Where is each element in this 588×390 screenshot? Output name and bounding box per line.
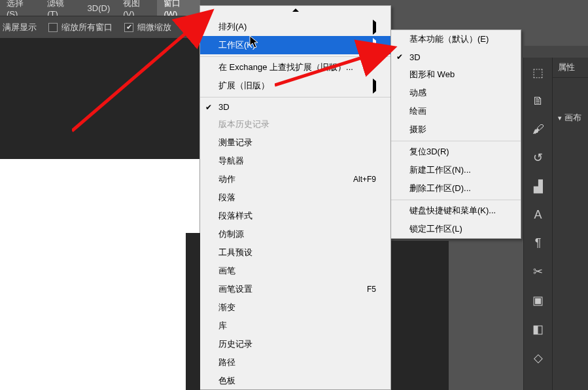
window-menu-item-11[interactable]: 仿制源 xyxy=(200,225,390,243)
menu-3d[interactable]: 3D(D) xyxy=(81,1,117,15)
menu-item-label: 摄影 xyxy=(409,124,426,135)
window-menu-item-6[interactable]: 测量记录 xyxy=(200,133,390,152)
checkbox-scrubby[interactable]: ✔ xyxy=(124,23,133,32)
submenu-arrow-icon xyxy=(373,38,376,53)
paths-icon[interactable]: ◇ xyxy=(534,351,543,365)
check-icon: ✔ xyxy=(205,103,212,112)
chevron-down-icon[interactable]: ▾ xyxy=(558,114,562,122)
options-bar: 满屏显示 缩放所有窗口 ✔ 细微缩放 xyxy=(0,16,200,38)
mouse-cursor-icon xyxy=(249,35,258,48)
window-menu-item-1[interactable]: 工作区(K) xyxy=(200,36,390,54)
menu-item-label: 动作 xyxy=(218,173,235,185)
window-menu-item-4[interactable]: ✔3D xyxy=(200,97,390,115)
properties-panel-header[interactable]: 属性 xyxy=(553,58,588,78)
workspace-menu-item-6[interactable]: 复位3D(R) xyxy=(391,141,521,161)
workspace-menu-item-7[interactable]: 新建工作区(N)... xyxy=(391,161,521,179)
menu-item-label: 画笔 xyxy=(218,265,235,277)
workspace-menu-item-9[interactable]: 键盘快捷键和菜单(K)... xyxy=(391,200,521,220)
document-icon[interactable]: 🗎 xyxy=(532,94,544,108)
layers-icon[interactable]: ▣ xyxy=(532,293,544,308)
menu-item-label: 动感 xyxy=(409,87,426,99)
menu-item-label: 图形和 Web xyxy=(409,69,455,80)
menu-item-label: 测量记录 xyxy=(218,137,252,149)
canvas-dark-area-mid xyxy=(186,233,200,390)
menu-item-label: 渐变 xyxy=(218,302,235,313)
properties-panel-body: ▾ 画布 xyxy=(553,78,588,129)
window-menu-item-5: 版本历史记录 xyxy=(200,115,390,133)
opt-zoom-all[interactable]: 缩放所有窗口 xyxy=(48,22,112,33)
window-menu-item-7[interactable]: 导航器 xyxy=(200,152,390,170)
menu-item-label: 历史记录 xyxy=(218,338,252,350)
window-menu-item-2[interactable]: 在 Exchange 上查找扩展（旧版）... xyxy=(200,56,390,77)
window-menu-item-18[interactable]: 路径 xyxy=(200,353,390,372)
submenu-arrow-icon xyxy=(373,79,376,94)
opt-zoom-all-label: 缩放所有窗口 xyxy=(61,22,112,33)
window-menu-item-10[interactable]: 段落样式 xyxy=(200,207,390,225)
menu-item-label: 在 Exchange 上查找扩展（旧版）... xyxy=(218,62,353,73)
menu-item-label: 删除工作区(D)... xyxy=(409,183,471,194)
canvas-dark-area-right xyxy=(391,241,449,390)
workspace-menu-item-8[interactable]: 删除工作区(D)... xyxy=(391,179,521,198)
brush-icon[interactable]: 🖌 xyxy=(532,122,544,136)
window-menu-item-9[interactable]: 段落 xyxy=(200,188,390,207)
dock-icon-column: ⬚ 🗎 🖌 ↺ ▟ A ¶ ✂ ▣ ◧ ◇ xyxy=(523,58,552,390)
menu-item-label: 库 xyxy=(218,320,227,332)
workspace-submenu: 基本功能（默认）(E)✔3D图形和 Web动感绘画摄影复位3D(R)新建工作区(… xyxy=(390,29,521,239)
window-menu-item-12[interactable]: 工具预设 xyxy=(200,243,390,262)
opt-scrubby[interactable]: ✔ 细微缩放 xyxy=(124,22,171,33)
workspace-menu-item-1[interactable]: ✔3D xyxy=(391,48,521,65)
menu-item-label: 新建工作区(N)... xyxy=(409,164,471,176)
paragraph-icon[interactable]: ¶ xyxy=(535,236,542,250)
menu-item-label: 仿制源 xyxy=(218,228,244,240)
menubar: 选择(S) 滤镜(T) 3D(D) 视图(V) 窗口(W) xyxy=(0,0,200,16)
window-menu-item-14[interactable]: 画笔设置F5 xyxy=(200,280,390,298)
history-icon[interactable]: ↺ xyxy=(533,151,543,165)
document-canvas[interactable] xyxy=(0,159,200,390)
panel-section-label: 画布 xyxy=(564,112,581,124)
window-menu-item-19[interactable]: 色板 xyxy=(200,372,390,390)
menu-item-label: 段落样式 xyxy=(218,210,252,222)
workspace-menu-item-2[interactable]: 图形和 Web xyxy=(391,65,521,84)
menu-item-label: 工具预设 xyxy=(218,247,252,258)
menu-item-label: 段落 xyxy=(218,192,235,204)
checkbox-zoom-all[interactable] xyxy=(48,23,58,32)
menu-item-label: 排列(A) xyxy=(218,21,247,33)
tools-icon[interactable]: ✂ xyxy=(533,264,543,279)
menu-item-label: 基本功能（默认）(E) xyxy=(409,33,489,45)
workspace-menu-item-3[interactable]: 动感 xyxy=(391,84,521,102)
menu-item-label: 3D xyxy=(218,102,230,112)
window-menu: 排列(A)工作区(K)在 Exchange 上查找扩展（旧版）...扩展（旧版）… xyxy=(199,5,391,390)
window-menu-item-16[interactable]: 库 xyxy=(200,317,390,335)
window-menu-item-0[interactable]: 排列(A) xyxy=(200,18,390,36)
workspace-menu-item-5[interactable]: 摄影 xyxy=(391,120,521,139)
menu-item-label: 复位3D(R) xyxy=(409,146,449,158)
window-menu-item-17[interactable]: 历史记录 xyxy=(200,335,390,353)
menu-item-label: 3D xyxy=(409,52,421,62)
menu-item-label: 色板 xyxy=(218,375,235,387)
layer-3d-icon[interactable]: ⬚ xyxy=(532,65,544,80)
menu-item-label: 键盘快捷键和菜单(K)... xyxy=(409,205,496,217)
type-icon[interactable]: A xyxy=(534,208,542,222)
menu-item-label: 锁定工作区(L) xyxy=(409,223,462,235)
canvas-dark-area xyxy=(0,38,200,159)
menu-item-label: 扩展（旧版） xyxy=(218,80,269,92)
window-menu-item-13[interactable]: 画笔 xyxy=(200,262,390,280)
window-menu-item-8[interactable]: 动作Alt+F9 xyxy=(200,170,390,188)
properties-panel: 属性 ▾ 画布 xyxy=(552,58,588,390)
menu-item-label: 版本历史记录 xyxy=(218,118,269,130)
opt-fullscreen-label: 满屏显示 xyxy=(3,22,37,33)
workspace-menu-item-10[interactable]: 锁定工作区(L) xyxy=(391,220,521,238)
window-menu-item-15[interactable]: 渐变 xyxy=(200,298,390,317)
menu-shortcut: F5 xyxy=(367,285,376,294)
window-menu-item-3[interactable]: 扩展（旧版） xyxy=(200,77,390,95)
workspace-menu-item-0[interactable]: 基本功能（默认）(E) xyxy=(391,30,521,48)
stamp-icon[interactable]: ▟ xyxy=(534,179,543,194)
scroll-up-icon[interactable] xyxy=(292,9,299,12)
menu-item-label: 路径 xyxy=(218,357,235,368)
check-icon: ✔ xyxy=(396,52,403,62)
workspace-menu-item-4[interactable]: 绘画 xyxy=(391,102,521,120)
opt-scrubby-label: 细微缩放 xyxy=(137,22,171,33)
opt-fullscreen: 满屏显示 xyxy=(3,22,37,33)
menu-item-label: 绘画 xyxy=(409,105,426,117)
channels-icon[interactable]: ◧ xyxy=(532,322,544,336)
